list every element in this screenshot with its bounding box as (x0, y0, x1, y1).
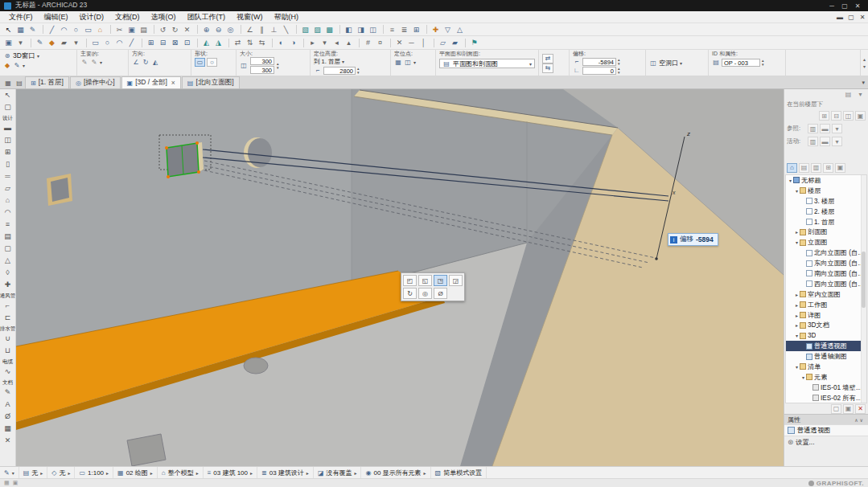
toolbar-icon[interactable]: ⊡ (181, 38, 193, 48)
toolbar-icon[interactable]: ▭ (82, 24, 94, 35)
toolbar-icon[interactable]: ✎ (27, 24, 39, 35)
tree-item[interactable]: 3. 楼层 (786, 196, 866, 207)
tree-item[interactable]: ▾ 元素 (786, 372, 866, 383)
id-input[interactable]: OP - 003 (722, 59, 760, 67)
tree-expander-icon[interactable]: ▾ (794, 239, 800, 245)
tree-expander-icon[interactable]: ▾ (800, 374, 806, 380)
tool-palette-item[interactable]: ≡ (0, 219, 16, 231)
offset-input[interactable]: -5894 (582, 58, 616, 66)
tree-expander-icon[interactable]: ▸ (794, 313, 800, 318)
model-canvas[interactable]: z x (16, 89, 784, 466)
pet-palette-button[interactable]: ◲ (449, 275, 463, 286)
tool-palette-item[interactable]: A (0, 399, 16, 411)
active-control[interactable]: ▬ (820, 137, 830, 146)
toolbar-icon[interactable]: ▦ (14, 24, 27, 35)
toolbar-icon[interactable]: ▨ (311, 24, 323, 35)
tabbar-icon[interactable]: ▤ (14, 80, 25, 87)
toolbar-icon[interactable]: △ (454, 24, 466, 35)
size-stepper[interactable]: ▴▾ (277, 62, 279, 70)
flip-vertical-button[interactable]: ⇆ (542, 63, 553, 73)
navigator-mode-button[interactable]: ⊞ (823, 163, 833, 173)
toolbar-icon[interactable]: ∠ (244, 24, 256, 35)
toolbar-icon[interactable]: ≣ (398, 24, 410, 35)
tool-palette-item[interactable]: ▢ (0, 101, 16, 113)
tree-item[interactable]: 普通透视图 (786, 341, 866, 351)
navigator-footer-button[interactable]: ✕ (855, 404, 866, 414)
tool-palette-item[interactable]: ⊔ (0, 345, 16, 357)
bottombar-icon[interactable]: ▦ (4, 480, 10, 486)
pen-icon[interactable]: ✎ (13, 62, 21, 69)
anchor-point-icon[interactable]: ◫ (404, 59, 412, 66)
toolbar-icon[interactable]: ✚ (430, 24, 442, 35)
tree-item[interactable]: 北向立面图 (自动重.. (786, 248, 866, 258)
toolbar-icon[interactable]: ◎ (224, 24, 237, 35)
toolbar-icon[interactable]: ◮ (212, 38, 224, 48)
editing-plane-icon[interactable]: ⊟ (831, 111, 841, 121)
toolbar-icon[interactable] (106, 25, 111, 34)
toolbar-icon[interactable]: ◫ (367, 24, 379, 35)
toolbar-icon[interactable]: ✕ (181, 24, 193, 35)
status-quick-option[interactable]: ≡ 03 建筑 100 ▸ (204, 467, 257, 478)
tool-palette-item[interactable]: ⊏ (0, 312, 16, 324)
toolbar-icon[interactable]: ╲ (280, 24, 292, 35)
toolbar-icon[interactable]: # (362, 38, 374, 48)
reference-control[interactable]: ▬ (820, 124, 830, 133)
tool-palette-item[interactable]: ⌂ (0, 194, 16, 207)
toolbar-icon[interactable]: ─ (405, 38, 418, 48)
toolbar-icon[interactable] (430, 39, 434, 47)
anchor-grid-icon[interactable]: ▦ (394, 59, 402, 66)
toolbar-icon[interactable]: ≡ (386, 24, 398, 35)
sill-stepper[interactable]: ▴▾ (618, 67, 620, 75)
toolbar-icon[interactable] (150, 25, 154, 34)
toolbar-icon[interactable] (39, 25, 43, 34)
tree-item[interactable]: IES-01 墙壁一览 (786, 383, 866, 393)
tool-palette-item[interactable]: ▦ (0, 423, 16, 435)
pen-icon[interactable]: ✎ (90, 59, 98, 66)
toolbar-icon[interactable]: ⌂ (94, 24, 106, 35)
window-control-button[interactable]: ─ (825, 2, 838, 10)
navigator-mode-button[interactable]: ▤ (799, 163, 809, 173)
tree-expander-icon[interactable]: ▸ (794, 292, 800, 297)
tree-item[interactable]: ▾ 立面图 (786, 237, 866, 248)
tool-palette-item[interactable]: ═ (0, 170, 16, 182)
toolbar-icon[interactable]: ▽ (442, 24, 454, 35)
tool-palette-item[interactable]: ✚ (0, 279, 16, 291)
toolbar-icon[interactable]: ⊞ (410, 24, 422, 35)
toolbar-icon[interactable]: ⊠ (169, 38, 181, 48)
toolbar-icon[interactable] (335, 25, 340, 34)
toolbar-icon[interactable]: ◑ (287, 38, 299, 48)
chevron-down-icon[interactable]: ▾ (23, 63, 25, 68)
view-tab[interactable]: ▣ [3D / 全部] × (121, 76, 181, 88)
navigator-mode-button[interactable]: ▣ (835, 163, 845, 173)
menu-item[interactable]: 帮助(H) (269, 12, 305, 23)
shape-circle-button[interactable]: ○ (207, 58, 217, 67)
tool-palette-item[interactable]: ◠ (0, 207, 16, 219)
chevron-down-icon[interactable]: ▾ (413, 59, 416, 65)
window-control-button[interactable]: ✕ (851, 2, 864, 10)
toolbar-icon[interactable] (224, 39, 229, 47)
tool-palette-item[interactable]: ◫ (0, 134, 16, 146)
toolbar-icon[interactable]: ⊥ (268, 24, 280, 35)
tool-palette-item[interactable]: ▤ (0, 231, 16, 243)
status-quick-option[interactable]: ▤ 无 ▸ (19, 467, 48, 478)
toolbar-icon[interactable]: ✎ (34, 38, 46, 48)
toolbar-icon[interactable]: ▱ (437, 38, 449, 48)
tool-palette-item[interactable]: ⊞ (0, 146, 16, 158)
tabbar-icon[interactable]: ▦ (2, 80, 14, 87)
toolbar-icon[interactable]: ◠ (58, 24, 70, 35)
collapse-chevrons-icon[interactable]: ∧∨ (854, 417, 865, 423)
menu-item[interactable]: 文件(F) (3, 12, 39, 23)
toolbar-icon[interactable]: ╱ (46, 24, 58, 35)
tree-item[interactable]: ▸ 详图 (786, 310, 866, 321)
mirror-icon[interactable]: ◭ (151, 59, 159, 66)
tool-palette-item[interactable]: ⌐ (0, 300, 16, 312)
tree-item[interactable]: ▾ 楼层 (786, 186, 866, 196)
toolbar-icon[interactable]: ⊖ (212, 24, 224, 35)
tree-item[interactable]: ▾ 无标题 (786, 175, 866, 186)
navigator-mode-button[interactable]: ⌂ (787, 163, 797, 173)
sill-input[interactable]: 0 (582, 67, 616, 75)
tool-palette-item[interactable]: 通风管 (0, 291, 16, 300)
toolbar-icon[interactable]: ↺ (157, 24, 169, 35)
tree-expander-icon[interactable]: ▾ (794, 364, 800, 370)
toolbar-icon[interactable] (138, 39, 142, 47)
